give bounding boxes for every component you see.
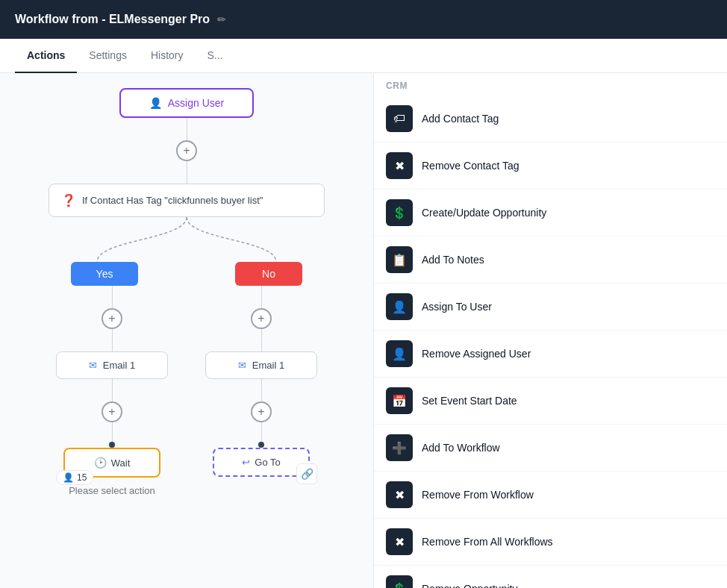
goto-icon: ↩ <box>242 457 250 468</box>
action-label-2: Create/Update Opportunity <box>422 207 546 219</box>
action-label-0: Add Contact Tag <box>422 113 499 125</box>
no-add-button-2[interactable]: + <box>251 401 272 422</box>
condition-node[interactable]: ❓ If Contact Has Tag "clickfunnels buyer… <box>49 184 325 217</box>
action-label-3: Add To Notes <box>422 254 484 266</box>
link-icon[interactable]: 🔗 <box>296 463 317 484</box>
action-icon-2: 💲 <box>386 199 413 226</box>
main-content: 👤 Assign User + ❓ If Contact Has Tag "cl… <box>0 73 727 588</box>
branch-buttons: Yes No <box>37 262 336 286</box>
no-add-button[interactable]: + <box>251 308 272 329</box>
action-icon-8: ✖ <box>386 481 413 508</box>
wait-node-wrapper: 🕑 Wait 👤 15 <box>63 445 160 478</box>
app-header: Workflow from - ELMessenger Pro ✏ <box>0 0 727 39</box>
yes-connector-2 <box>112 329 113 351</box>
tab-bar: Actions Settings History S... <box>0 39 727 73</box>
action-icon-9: ✖ <box>386 528 413 555</box>
yes-add-button[interactable]: + <box>102 308 122 329</box>
action-label-4: Assign To User <box>422 301 492 313</box>
no-branch: + ✉ Email 1 + ↩ Go To <box>202 286 321 497</box>
user-count-badge: 👤 15 <box>56 470 93 485</box>
question-icon: ❓ <box>61 193 76 207</box>
yes-add-button-2[interactable]: + <box>102 401 122 422</box>
action-item-3[interactable]: 📋Add To Notes <box>374 237 727 284</box>
yes-connector-3 <box>112 379 113 401</box>
goto-dot <box>258 442 264 448</box>
wait-dot <box>109 442 115 448</box>
tab-actions[interactable]: Actions <box>15 39 77 73</box>
action-items-list: 🏷Add Contact Tag✖Remove Contact Tag💲Crea… <box>374 96 727 588</box>
action-item-7[interactable]: ➕Add To Workflow <box>374 425 727 472</box>
person-icon: 👤 <box>63 472 74 483</box>
crm-section-header: CRM <box>374 73 727 96</box>
action-item-5[interactable]: 👤Remove Assigned User <box>374 331 727 378</box>
connector-line-1 <box>187 118 187 140</box>
action-item-0[interactable]: 🏷Add Contact Tag <box>374 96 727 143</box>
action-label-10: Remove Opportunity <box>422 583 517 588</box>
goto-label: Go To <box>255 457 280 468</box>
action-icon-1: ✖ <box>386 152 413 179</box>
action-label-9: Remove From All Workflows <box>422 536 553 548</box>
action-label-7: Add To Workflow <box>422 442 500 454</box>
action-icon-5: 👤 <box>386 340 413 367</box>
action-icon-6: 📅 <box>386 387 413 414</box>
workflow-title: Workflow from - ELMessenger Pro <box>15 13 210 26</box>
email-icon-2: ✉ <box>238 360 246 371</box>
no-button[interactable]: No <box>235 262 302 286</box>
no-email-label: Email 1 <box>252 360 284 371</box>
tab-history[interactable]: History <box>139 39 196 73</box>
email-icon-1: ✉ <box>89 360 97 371</box>
workflow-canvas: 👤 Assign User + ❓ If Contact Has Tag "cl… <box>0 73 373 588</box>
action-icon-0: 🏷 <box>386 105 413 132</box>
action-item-2[interactable]: 💲Create/Update Opportunity <box>374 190 727 237</box>
no-email-node[interactable]: ✉ Email 1 <box>205 351 317 379</box>
yes-connector-1 <box>112 286 113 308</box>
action-label-1: Remove Contact Tag <box>422 160 519 172</box>
yes-email-label: Email 1 <box>103 360 135 371</box>
clock-icon: 🕑 <box>94 457 107 469</box>
branch-columns: + ✉ Email 1 + 🕑 Wait <box>37 286 336 497</box>
action-panel: CRM 🏷Add Contact Tag✖Remove Contact Tag💲… <box>373 73 727 588</box>
action-icon-7: ➕ <box>386 434 413 461</box>
action-icon-4: 👤 <box>386 293 413 320</box>
yes-email-node[interactable]: ✉ Email 1 <box>56 351 168 379</box>
action-label-6: Set Event Start Date <box>422 395 517 407</box>
action-item-1[interactable]: ✖Remove Contact Tag <box>374 143 727 190</box>
assign-user-icon: 👤 <box>149 97 162 109</box>
action-icon-3: 📋 <box>386 246 413 273</box>
assign-user-label: Assign User <box>168 97 224 109</box>
action-item-6[interactable]: 📅Set Event Start Date <box>374 378 727 425</box>
branch-lines <box>37 217 336 262</box>
user-count: 15 <box>77 472 87 483</box>
goto-node-wrapper: ↩ Go To 🔗 <box>213 445 310 477</box>
connector-line-2 <box>187 161 187 184</box>
no-connector-1 <box>261 286 262 308</box>
action-item-9[interactable]: ✖Remove From All Workflows <box>374 519 727 566</box>
goto-node[interactable]: ↩ Go To <box>213 448 310 477</box>
action-label-5: Remove Assigned User <box>422 348 531 360</box>
wait-label: Wait <box>111 457 131 469</box>
yes-branch: + ✉ Email 1 + 🕑 Wait <box>52 286 172 497</box>
tab-settings[interactable]: Settings <box>77 39 139 73</box>
edit-icon[interactable]: ✏ <box>217 13 226 25</box>
please-select-area: Please select action <box>69 484 155 497</box>
action-item-10[interactable]: 💲Remove Opportunity <box>374 566 727 588</box>
no-connector-2 <box>261 329 262 351</box>
action-item-4[interactable]: 👤Assign To User <box>374 284 727 331</box>
condition-label: If Contact Has Tag "clickfunnels buyer l… <box>82 195 263 206</box>
please-select-text: Please select action <box>69 485 155 496</box>
action-icon-10: 💲 <box>386 575 413 588</box>
no-connector-3 <box>261 379 262 401</box>
add-button-1[interactable]: + <box>176 140 197 161</box>
action-item-8[interactable]: ✖Remove From Workflow <box>374 472 727 519</box>
workflow-nodes: 👤 Assign User + ❓ If Contact Has Tag "cl… <box>0 88 373 497</box>
action-label-8: Remove From Workflow <box>422 489 534 501</box>
tab-s[interactable]: S... <box>196 39 235 73</box>
yes-button[interactable]: Yes <box>71 262 138 286</box>
branch-svg <box>37 217 336 262</box>
assign-user-node[interactable]: 👤 Assign User <box>119 88 254 118</box>
